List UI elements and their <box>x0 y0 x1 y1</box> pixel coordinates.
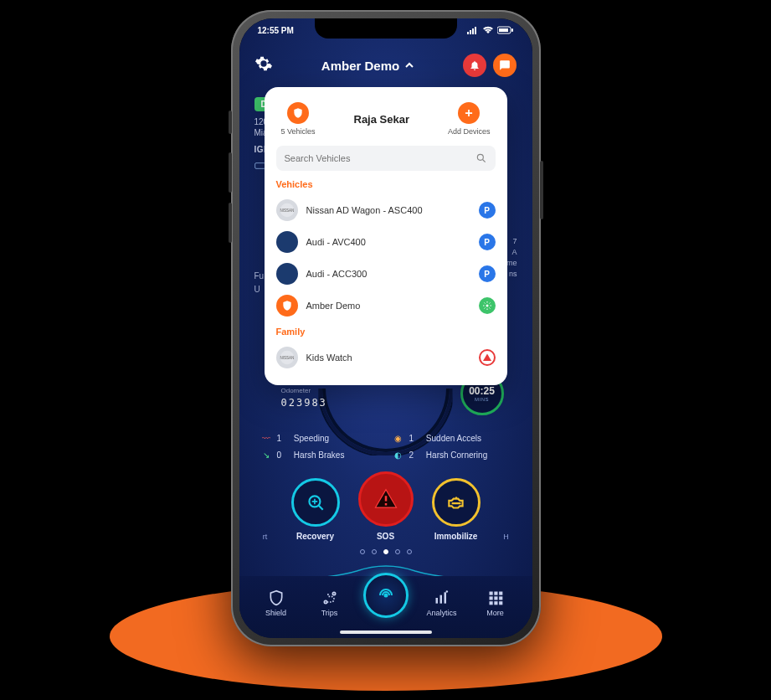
search-input[interactable] <box>285 153 469 163</box>
nav-trips-label: Trips <box>321 609 338 617</box>
svg-rect-23 <box>444 592 446 603</box>
recovery-button[interactable]: Recovery <box>291 478 340 541</box>
vehicles-count[interactable]: 5 Vehicles <box>281 102 316 136</box>
nav-analytics[interactable]: Analytics <box>422 589 462 617</box>
search-vehicles-input[interactable] <box>276 146 496 171</box>
svg-rect-17 <box>384 503 387 506</box>
settings-button[interactable] <box>254 54 273 76</box>
page-indicator[interactable] <box>360 549 412 554</box>
route-icon <box>321 589 338 606</box>
add-device-label: Add Devices <box>448 127 491 136</box>
vehicle-name: Audi - AVC400 <box>306 237 470 247</box>
plus-icon <box>458 102 480 124</box>
recovery-icon <box>305 492 326 513</box>
svg-point-7 <box>477 154 483 160</box>
svg-rect-2 <box>472 28 474 34</box>
vehicle-avatar-icon <box>276 231 298 253</box>
action-next-fragment: H <box>499 533 514 541</box>
add-device-button[interactable]: Add Devices <box>448 102 491 136</box>
immobilize-button[interactable]: Immobilize <box>432 478 481 541</box>
nav-analytics-label: Analytics <box>426 609 456 617</box>
search-icon <box>475 152 487 164</box>
event-speeding: 〰 1 Speeding <box>260 432 379 444</box>
nav-more-label: More <box>486 609 504 617</box>
vehicle-avatar-icon <box>276 263 298 285</box>
nav-more[interactable]: More <box>475 589 516 617</box>
status-park-icon: P <box>479 265 496 282</box>
vehicle-item[interactable]: Amber Demo <box>276 290 496 322</box>
svg-rect-32 <box>494 601 497 605</box>
status-park-icon: P <box>479 202 496 219</box>
shield-icon <box>268 589 285 606</box>
notifications-button[interactable] <box>463 54 486 77</box>
vehicle-item[interactable]: Audi - AVC400 P <box>276 226 496 258</box>
nav-shield-label: Shield <box>265 609 286 617</box>
warning-icon <box>373 486 398 512</box>
sos-button[interactable]: SOS <box>358 471 414 541</box>
bottom-nav: Shield Trips Analytics More <box>239 576 532 638</box>
svg-rect-3 <box>475 27 476 34</box>
vehicle-item[interactable]: NISSAN Nissan AD Wagon - ASC400 P <box>276 194 496 226</box>
svg-rect-13 <box>254 163 265 169</box>
odometer-label: Odometer <box>281 387 311 394</box>
accel-icon: ◉ <box>393 432 404 444</box>
svg-rect-5 <box>499 28 508 32</box>
svg-rect-21 <box>435 598 438 604</box>
svg-rect-30 <box>499 596 502 600</box>
nav-shield[interactable]: Shield <box>256 589 296 617</box>
speeding-icon: 〰 <box>260 432 272 444</box>
phone-mute-switch <box>229 111 232 134</box>
phone-volume-up <box>229 152 232 193</box>
svg-rect-26 <box>494 591 497 594</box>
family-name: Kids Watch <box>306 353 470 363</box>
svg-point-10 <box>486 305 488 307</box>
vehicle-avatar-icon <box>276 295 298 317</box>
page-dot[interactable] <box>360 549 365 554</box>
event-cornering: ◐ 2 Harsh Cornering <box>393 449 511 461</box>
page-dot[interactable] <box>395 549 400 554</box>
timer-unit: MINS <box>475 397 489 402</box>
svg-rect-29 <box>494 596 497 600</box>
phone-power-button <box>540 161 543 219</box>
user-name: Raja Sekar <box>354 113 410 126</box>
vehicles-count-label: 5 Vehicles <box>281 127 316 136</box>
engine-icon <box>445 492 467 513</box>
svg-rect-6 <box>511 28 513 32</box>
nav-trips[interactable]: Trips <box>310 589 350 617</box>
svg-text:NISSAN: NISSAN <box>280 208 294 213</box>
brake-icon: ↘ <box>260 449 272 461</box>
vehicle-name: Nissan AD Wagon - ASC400 <box>306 205 470 215</box>
gear-icon <box>254 54 273 73</box>
vehicle-selector-label: Amber Demo <box>321 59 399 73</box>
svg-point-20 <box>384 594 387 597</box>
chart-icon <box>434 589 450 606</box>
vehicle-item[interactable]: Audi - ACC300 P <box>276 258 496 290</box>
family-item[interactable]: NISSAN Kids Watch <box>276 342 496 373</box>
right-fragment: 7 A me ns <box>506 236 517 280</box>
vehicle-selector[interactable]: Amber Demo <box>321 59 414 73</box>
status-alert-icon <box>479 349 496 366</box>
svg-rect-1 <box>470 30 471 34</box>
home-indicator[interactable] <box>340 631 432 634</box>
page-dot[interactable] <box>372 549 377 554</box>
svg-rect-22 <box>439 594 442 603</box>
svg-rect-31 <box>489 601 492 605</box>
vehicle-dropdown: 5 Vehicles Raja Sekar Add Devices <box>265 87 507 385</box>
chat-icon <box>499 59 511 71</box>
event-brakes: ↘ 0 Harsh Brakes <box>260 449 379 461</box>
signal-icon <box>467 26 479 34</box>
svg-rect-25 <box>489 591 492 594</box>
driving-events: 〰 1 Speeding ◉ 1 Sudden Accels ↘ 0 Harsh… <box>260 432 511 461</box>
grid-icon <box>487 589 504 606</box>
phone-notch <box>315 18 457 39</box>
shield-icon <box>287 102 309 124</box>
page-dot[interactable] <box>407 549 412 554</box>
vehicle-avatar-icon: NISSAN <box>276 199 298 221</box>
recovery-label: Recovery <box>296 532 334 541</box>
chat-button[interactable] <box>493 54 517 77</box>
nav-home[interactable] <box>363 573 409 618</box>
svg-text:NISSAN: NISSAN <box>280 356 294 360</box>
svg-rect-27 <box>499 591 502 594</box>
page-dot-active[interactable] <box>383 549 388 554</box>
family-avatar-icon: NISSAN <box>276 347 298 368</box>
